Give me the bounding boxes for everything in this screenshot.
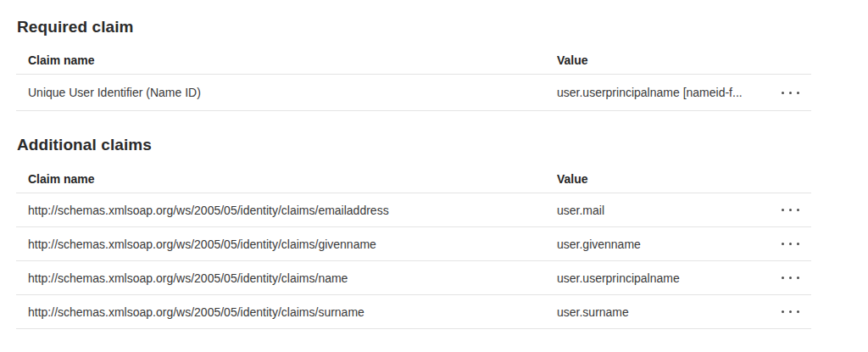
- ellipsis-icon: [782, 209, 799, 211]
- row-menu-button[interactable]: [772, 75, 811, 110]
- table-row-required-claim[interactable]: Unique User Identifier (Name ID) user.us…: [16, 75, 811, 111]
- column-header-value: Value: [557, 53, 772, 67]
- table-row-name[interactable]: http://schemas.xmlsoap.org/ws/2005/05/id…: [16, 261, 811, 295]
- ellipsis-icon: [782, 243, 799, 245]
- column-header-value: Value: [557, 172, 772, 186]
- ellipsis-icon: [782, 310, 799, 313]
- claim-value-cell: user.userprincipalname: [557, 271, 772, 285]
- column-header-claim-name: Claim name: [16, 172, 557, 186]
- additional-claims-title: Additional claims: [17, 136, 868, 154]
- claim-value-cell: user.mail: [557, 204, 772, 217]
- table-row-emailaddress[interactable]: http://schemas.xmlsoap.org/ws/2005/05/id…: [16, 193, 811, 227]
- column-header-claim-name: Claim name: [16, 53, 557, 67]
- claim-value-cell: user.surname: [557, 305, 772, 319]
- table-row-surname[interactable]: http://schemas.xmlsoap.org/ws/2005/05/id…: [16, 295, 811, 329]
- additional-claims-section: Additional claims Claim name Value http:…: [0, 136, 868, 329]
- required-claim-table: Claim name Value Unique User Identifier …: [16, 46, 811, 111]
- claims-page: Required claim Claim name Value Unique U…: [0, 0, 868, 352]
- ellipsis-icon: [782, 277, 799, 279]
- claim-name-cell: http://schemas.xmlsoap.org/ws/2005/05/id…: [16, 204, 557, 217]
- claim-name-cell: http://schemas.xmlsoap.org/ws/2005/05/id…: [16, 271, 557, 285]
- additional-claims-table-header: Claim name Value: [16, 165, 811, 193]
- claim-value-cell: user.userprincipalname [nameid-f...: [557, 86, 772, 99]
- row-menu-button[interactable]: [772, 295, 811, 328]
- row-menu-button[interactable]: [772, 261, 811, 294]
- row-menu-button[interactable]: [772, 227, 811, 260]
- claim-name-cell: Unique User Identifier (Name ID): [16, 86, 557, 99]
- row-menu-button[interactable]: [772, 193, 811, 226]
- claim-name-cell: http://schemas.xmlsoap.org/ws/2005/05/id…: [16, 305, 557, 319]
- required-claim-section: Required claim Claim name Value Unique U…: [0, 0, 868, 111]
- claim-value-cell: user.givenname: [557, 237, 772, 251]
- required-claim-title: Required claim: [17, 0, 868, 36]
- claim-name-cell: http://schemas.xmlsoap.org/ws/2005/05/id…: [16, 237, 557, 251]
- ellipsis-icon: [782, 92, 799, 94]
- additional-claims-table: Claim name Value http://schemas.xmlsoap.…: [16, 165, 811, 329]
- table-row-givenname[interactable]: http://schemas.xmlsoap.org/ws/2005/05/id…: [16, 227, 811, 261]
- required-claim-table-header: Claim name Value: [16, 46, 811, 75]
